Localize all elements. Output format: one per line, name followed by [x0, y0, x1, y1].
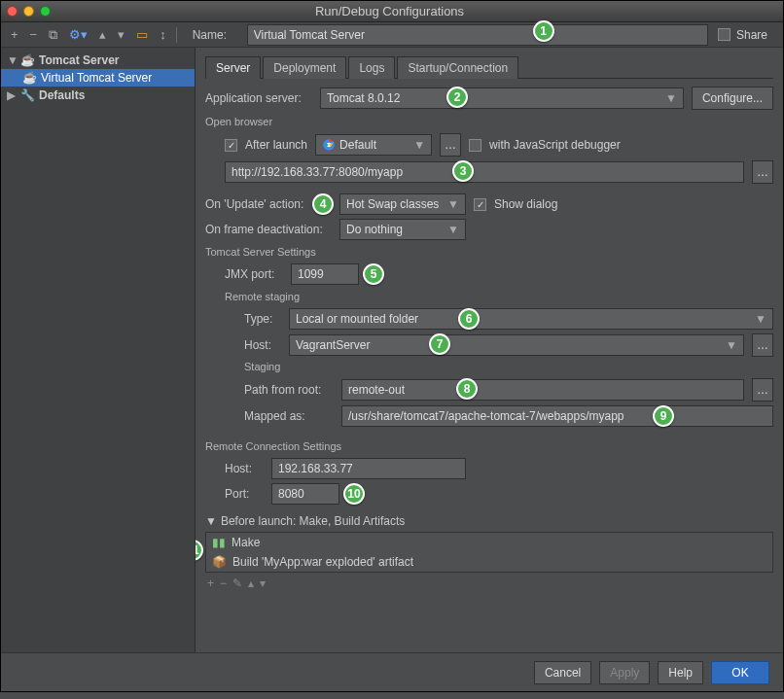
- configure-button[interactable]: Configure...: [692, 87, 773, 110]
- js-debugger-checkbox[interactable]: [469, 139, 481, 152]
- tomcat-icon: ☕: [20, 53, 35, 67]
- before-launch-title: Before launch: Make, Build Artifacts: [221, 514, 405, 528]
- config-toolbar: + − ⧉ ⚙▾ ▴ ▾ ▭ ↕ Name: 1 Share: [1, 22, 783, 48]
- tree-label: Defaults: [39, 88, 85, 102]
- staging-host-select[interactable]: VagrantServer▼: [289, 334, 744, 356]
- before-launch-toolbar: + − ✎ ▴ ▾: [205, 573, 773, 590]
- path-from-root-more-button[interactable]: …: [752, 378, 773, 402]
- bl-edit-button[interactable]: ✎: [232, 577, 242, 590]
- name-input[interactable]: [247, 24, 708, 46]
- wrench-icon: 🔧: [20, 88, 35, 102]
- after-launch-checkbox[interactable]: ✓: [225, 139, 237, 152]
- move-down-button[interactable]: ▾: [114, 25, 128, 44]
- callout-9: 9: [653, 405, 674, 427]
- staging-host-label: Host:: [244, 338, 281, 352]
- share-checkbox[interactable]: [718, 28, 731, 41]
- help-button[interactable]: Help: [658, 661, 703, 684]
- callout-4: 4: [312, 193, 334, 215]
- save-temp-button[interactable]: ⚙▾: [65, 25, 91, 44]
- url-input[interactable]: [225, 161, 744, 183]
- before-launch-item-make[interactable]: ▮▮ Make: [206, 533, 772, 552]
- bl-remove-button[interactable]: −: [220, 577, 227, 590]
- config-panel: Server Deployment Logs Startup/Connectio…: [196, 48, 783, 652]
- callout-5: 5: [363, 263, 384, 285]
- tomcat-remote-icon: ☕: [22, 71, 37, 85]
- open-browser-title: Open browser: [205, 116, 773, 127]
- remote-host-label: Host:: [225, 462, 264, 475]
- mapped-as-input[interactable]: [341, 405, 773, 427]
- show-dialog-checkbox[interactable]: ✓: [474, 198, 486, 211]
- remote-port-label: Port:: [225, 487, 264, 501]
- tab-logs[interactable]: Logs: [348, 56, 395, 79]
- callout-2: 2: [446, 87, 468, 108]
- staging-type-select[interactable]: Local or mounted folder▼: [289, 308, 773, 330]
- config-tree: ▼ ☕ Tomcat Server ☕ Virtual Tomcat Serve…: [1, 48, 196, 652]
- callout-10: 10: [343, 483, 365, 505]
- run-debug-config-window: Run/Debug Configurations + − ⧉ ⚙▾ ▴ ▾ ▭ …: [0, 0, 784, 692]
- folder-button[interactable]: ▭: [132, 25, 152, 44]
- callout-8: 8: [456, 378, 478, 400]
- tree-node-tomcat-server[interactable]: ▼ ☕ Tomcat Server: [1, 52, 195, 69]
- config-tabs: Server Deployment Logs Startup/Connectio…: [205, 55, 773, 79]
- ok-button[interactable]: OK: [711, 661, 769, 684]
- callout-7: 7: [429, 333, 450, 355]
- add-config-button[interactable]: +: [7, 25, 22, 44]
- remove-config-button[interactable]: −: [26, 25, 42, 44]
- jmx-port-input[interactable]: [291, 263, 359, 285]
- show-dialog-label: Show dialog: [494, 197, 557, 211]
- after-launch-label: After launch: [245, 138, 307, 152]
- chrome-icon: [322, 138, 336, 152]
- before-launch-item-artifact[interactable]: 📦 Build 'MyApp:war exploded' artifact: [206, 552, 772, 572]
- on-deactivate-select[interactable]: Do nothing▼: [339, 219, 466, 240]
- mapped-as-label: Mapped as:: [244, 409, 334, 423]
- expand-icon[interactable]: ▶: [7, 88, 17, 102]
- tree-node-defaults[interactable]: ▶ 🔧 Defaults: [1, 87, 195, 104]
- copy-config-button[interactable]: ⧉: [45, 25, 61, 45]
- tab-server[interactable]: Server: [205, 56, 261, 79]
- staging-host-more-button[interactable]: …: [752, 333, 773, 357]
- staging-subtitle: Staging: [244, 361, 773, 372]
- remote-staging-title: Remote staging: [225, 291, 773, 302]
- js-debugger-label: with JavaScript debugger: [489, 138, 621, 152]
- window-controls: [7, 6, 51, 17]
- before-launch-list: ▮▮ Make 📦 Build 'MyApp:war exploded' art…: [205, 532, 773, 573]
- tab-deployment[interactable]: Deployment: [263, 56, 346, 79]
- move-up-button[interactable]: ▴: [95, 25, 110, 44]
- url-more-button[interactable]: …: [752, 160, 773, 184]
- tree-node-virtual-tomcat[interactable]: ☕ Virtual Tomcat Server: [1, 69, 195, 87]
- app-server-select[interactable]: Tomcat 8.0.12▼: [320, 87, 684, 109]
- path-from-root-label: Path from root:: [244, 383, 334, 397]
- remote-port-input[interactable]: [271, 483, 339, 505]
- share-label: Share: [736, 28, 767, 42]
- collapse-icon[interactable]: ▼: [205, 514, 217, 528]
- staging-type-label: Type:: [244, 312, 281, 326]
- tree-label: Tomcat Server: [39, 53, 119, 67]
- callout-11: 11: [196, 540, 203, 561]
- callout-6: 6: [458, 308, 480, 330]
- apply-button[interactable]: Apply: [599, 661, 650, 684]
- cancel-button[interactable]: Cancel: [534, 661, 591, 684]
- tab-startup-connection[interactable]: Startup/Connection: [397, 56, 518, 79]
- remote-conn-title: Remote Connection Settings: [205, 440, 773, 452]
- dialog-footer: Cancel Apply Help OK: [1, 652, 783, 691]
- path-from-root-input[interactable]: [341, 379, 744, 401]
- on-update-select[interactable]: Hot Swap classes▼: [339, 193, 466, 215]
- on-deactivate-label: On frame deactivation:: [205, 223, 332, 236]
- artifact-icon: 📦: [212, 555, 227, 569]
- expand-icon[interactable]: ▼: [7, 53, 17, 67]
- remote-host-input[interactable]: [271, 458, 466, 479]
- bl-add-button[interactable]: +: [207, 577, 214, 590]
- zoom-window-button[interactable]: [40, 6, 51, 17]
- name-label: Name:: [193, 28, 237, 42]
- before-launch-header[interactable]: ▼ Before launch: Make, Build Artifacts: [205, 514, 773, 528]
- app-server-label: Application server:: [205, 91, 312, 105]
- tomcat-settings-title: Tomcat Server Settings: [205, 246, 773, 258]
- browser-more-button[interactable]: …: [440, 133, 461, 157]
- close-window-button[interactable]: [7, 6, 18, 17]
- collapse-button[interactable]: ↕: [156, 25, 170, 44]
- browser-select[interactable]: Default ▼: [315, 134, 432, 156]
- minimize-window-button[interactable]: [23, 6, 34, 17]
- bl-up-button[interactable]: ▴: [248, 577, 254, 590]
- callout-1: 1: [533, 20, 554, 42]
- bl-down-button[interactable]: ▾: [260, 577, 266, 590]
